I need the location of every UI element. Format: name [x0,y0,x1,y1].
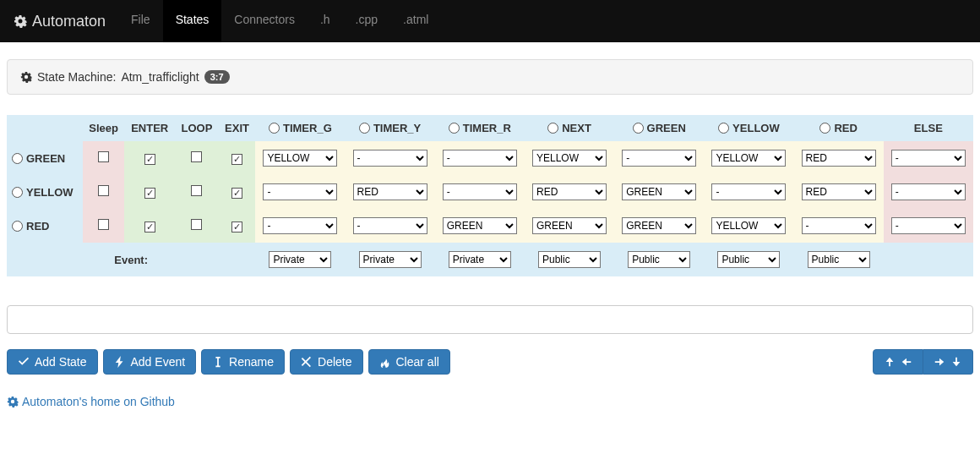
col-event-header-timer_y: TIMER_Y [345,115,434,141]
delete-label: Delete [318,355,351,369]
move-up-left-button[interactable] [873,349,923,375]
nav-item-connectors[interactable]: Connectors [221,0,308,42]
gear-icon [14,14,27,28]
check-icon [18,356,30,368]
nav-item-states[interactable]: States [163,0,222,42]
transition-select[interactable]: -GREENYELLOWRED [622,217,696,234]
navbar-brand[interactable]: Automaton [8,0,118,42]
event-select-radio[interactable] [269,123,280,134]
else-select[interactable]: -GREENYELLOWRED [891,183,966,200]
transition-select[interactable]: -GREENYELLOWRED [622,150,696,167]
state-table: SleepENTERLOOPEXITTIMER_GTIMER_YTIMER_RN… [7,115,973,276]
event-visibility-select[interactable]: PrivatePublic [269,251,331,268]
event-visibility-select[interactable]: PrivatePublic [628,251,690,268]
event-select-radio[interactable] [359,123,370,134]
checkbox[interactable]: ✓ [144,222,155,232]
transition-select[interactable]: -GREENYELLOWRED [353,217,427,234]
transition-select[interactable]: -GREENYELLOWRED [443,150,517,167]
transition-select[interactable]: -GREENYELLOWRED [353,150,427,167]
transition-select[interactable]: -GREENYELLOWRED [532,217,607,234]
add-state-button[interactable]: Add State [7,349,98,375]
col-event-header-red: RED [794,115,884,141]
transition-select[interactable]: -GREENYELLOWRED [443,183,517,200]
checkbox[interactable] [98,151,109,162]
checkbox[interactable] [191,185,202,196]
transition-select[interactable]: -GREENYELLOWRED [353,183,427,200]
delete-button[interactable]: Delete [290,349,362,375]
table-header-row: SleepENTERLOOPEXITTIMER_GTIMER_YTIMER_RN… [7,115,973,141]
name-input[interactable] [7,305,973,334]
col-enter-header: ENTER [124,115,175,141]
transition-select[interactable]: -GREENYELLOWRED [711,217,786,234]
transition-select[interactable]: -GREENYELLOWRED [711,183,786,200]
transition-select[interactable]: -GREENYELLOWRED [802,217,876,234]
event-visibility-select[interactable]: PrivatePublic [538,251,601,268]
move-right-down-button[interactable] [923,349,973,375]
state-row: GREEN✓✓-GREENYELLOWRED-GREENYELLOWRED-GR… [7,141,973,175]
event-visibility-select[interactable]: PrivatePublic [449,251,511,268]
state-name: YELLOW [26,186,74,199]
col-event-header-yellow: YELLOW [704,115,793,141]
col-exit-header: EXIT [219,115,255,141]
transition-select[interactable]: -GREENYELLOWRED [263,183,337,200]
rename-button[interactable]: Rename [201,349,285,375]
checkbox[interactable] [98,185,109,196]
clear-all-button[interactable]: Clear all [368,349,450,375]
state-select-radio[interactable] [12,221,23,232]
state-name: GREEN [26,152,65,165]
rename-label: Rename [229,355,274,369]
state-name: RED [26,220,49,232]
transition-select[interactable]: -GREENYELLOWRED [802,150,876,167]
gear-icon [20,71,32,83]
transition-select[interactable]: -GREENYELLOWRED [263,150,337,167]
col-name-header [7,115,83,141]
transition-select[interactable]: -GREENYELLOWRED [532,183,607,200]
nav-item-h[interactable]: .h [308,0,343,42]
state-select-radio[interactable] [12,153,23,164]
arrow-up-icon [884,356,896,368]
table-body: GREEN✓✓-GREENYELLOWRED-GREENYELLOWRED-GR… [7,141,973,276]
state-row: YELLOW✓✓-GREENYELLOWRED-GREENYELLOWRED-G… [7,175,973,209]
add-event-button[interactable]: Add Event [103,349,197,375]
checkbox[interactable]: ✓ [231,222,242,232]
checkbox[interactable] [98,219,109,230]
state-select-radio[interactable] [12,187,23,198]
nav-item-file[interactable]: File [118,0,163,42]
event-visibility-select[interactable]: PrivatePublic [359,251,422,268]
flash-icon [114,356,126,368]
event-select-radio[interactable] [449,123,460,134]
event-select-radio[interactable] [633,123,644,134]
event-select-radio[interactable] [718,123,729,134]
col-event-header-timer_r: TIMER_R [435,115,525,141]
event-select-radio[interactable] [819,123,830,134]
checkbox[interactable]: ✓ [231,154,242,165]
transition-select[interactable]: -GREENYELLOWRED [532,150,607,167]
transition-select[interactable]: -GREENYELLOWRED [622,183,696,200]
transition-select[interactable]: -GREENYELLOWRED [711,150,786,167]
event-visibility-select[interactable]: PrivatePublic [717,251,780,268]
remove-icon [301,356,313,368]
state-event-count-badge: 3:7 [204,70,230,84]
checkbox[interactable]: ✓ [144,154,155,165]
checkbox[interactable] [191,219,202,230]
transition-select[interactable]: -GREENYELLOWRED [263,217,337,234]
checkbox[interactable] [191,151,202,162]
github-link[interactable]: Automaton's home on Github [7,395,175,408]
transition-select[interactable]: -GREENYELLOWRED [802,183,876,200]
panel-heading: State Machine: Atm_trafficlight 3:7 [7,59,973,95]
else-select[interactable]: -GREENYELLOWRED [891,150,966,167]
event-row-label: Event: [7,243,255,276]
transition-select[interactable]: -GREENYELLOWRED [443,217,517,234]
checkbox[interactable]: ✓ [144,188,155,199]
nav-item-atml[interactable]: .atml [390,0,441,42]
nav-item-cpp[interactable]: .cpp [343,0,390,42]
event-visibility-select[interactable]: PrivatePublic [808,251,870,268]
col-sleep-header: Sleep [83,115,125,141]
else-select[interactable]: -GREENYELLOWRED [891,217,966,234]
checkbox[interactable]: ✓ [231,188,242,199]
col-event-header-next: NEXT [525,115,614,141]
fire-icon [379,356,391,368]
clear-all-label: Clear all [396,355,439,369]
panel-machine-name: Atm_trafficlight [121,70,199,84]
event-select-radio[interactable] [547,123,558,134]
